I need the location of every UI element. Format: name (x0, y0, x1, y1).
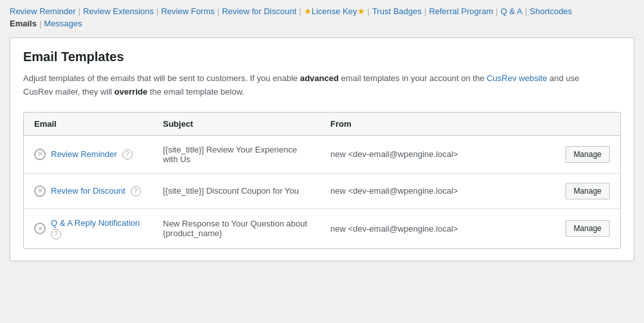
email-name-group-2: Review for Discount ? (51, 186, 141, 196)
email-cell-2: ✕ Review for Discount ? (24, 173, 153, 208)
help-icon-2[interactable]: ? (131, 186, 141, 196)
th-from: From (320, 113, 529, 136)
email-table-container: Email Subject From ✕ (23, 112, 621, 249)
nav-item-referral-program[interactable]: Referral Program (429, 6, 493, 16)
th-email: Email (24, 113, 153, 136)
nav-sep-6: | (424, 6, 426, 16)
subject-cell-1: [{site_title}] Review Your Experience wi… (153, 135, 320, 173)
email-link-2[interactable]: Review for Discount (51, 186, 126, 196)
nav-sep-2: | (156, 6, 158, 16)
nav-item-review-reminder[interactable]: Review Reminder (10, 6, 76, 16)
from-cell-3: new <dev-email@wpengine.local> (320, 208, 529, 248)
nav-item-review-extensions[interactable]: Review Extensions (83, 6, 154, 16)
table-header-row: Email Subject From (24, 113, 620, 136)
star-icon-right: ★ (357, 6, 365, 16)
nav-sep-4: | (299, 6, 301, 16)
nav-sep-3: | (217, 6, 219, 16)
nav-item-qa[interactable]: Q & A (500, 6, 522, 16)
email-table: Email Subject From ✕ (24, 113, 620, 248)
nav-item-trust-badges[interactable]: Trust Badges (372, 6, 422, 16)
help-icon-3[interactable]: ? (51, 229, 61, 239)
subject-text-1: [{site_title}] Review Your Experience wi… (163, 145, 297, 164)
subject-cell-2: [{site_title}] Discount Coupon for You (153, 173, 320, 208)
email-link-1[interactable]: Review Reminder (51, 149, 117, 159)
desc-bold-1: advanced (300, 73, 339, 83)
cusrev-website-link[interactable]: CusRev website (487, 73, 547, 83)
subject-text-3: New Response to Your Question about {pro… (163, 219, 307, 238)
nav-sep-8: | (525, 6, 527, 16)
subject-text-2: [{site_title}] Discount Coupon for You (163, 186, 299, 196)
from-cell-1: new <dev-email@wpengine.local> (320, 135, 529, 173)
nav-emails-bold[interactable]: Emails (10, 19, 37, 28)
nav-item-shortcodes[interactable]: Shortcodes (530, 6, 573, 16)
subject-cell-3: New Response to Your Question about {pro… (153, 208, 320, 248)
table-row: ✕ Review for Discount ? [{site_title}] D… (24, 173, 620, 208)
table-row: ✕ Review Reminder ? [{site_title}] Revie… (24, 135, 620, 173)
th-subject: Subject (153, 113, 320, 136)
manage-button-3[interactable]: Manage (565, 220, 610, 237)
star-icon-left: ★ (304, 6, 312, 16)
email-cell-3: ✕ Q & A Reply Notification ? (24, 208, 153, 248)
manage-cell-3: Manage (529, 208, 620, 248)
page-title: Email Templates (23, 50, 621, 64)
table-row: ✕ Q & A Reply Notification ? (24, 208, 620, 248)
desc-bold-2: override (115, 87, 147, 97)
manage-cell-1: Manage (529, 135, 620, 173)
email-link-3[interactable]: Q & A Reply Notification (51, 218, 140, 228)
desc-text-1: Adjust templates of the emails that will… (23, 73, 300, 83)
x-icon-2: ✕ (37, 187, 43, 195)
qa-top: Q & A Reply Notification (51, 218, 140, 228)
disable-icon-3[interactable]: ✕ (34, 223, 46, 234)
disable-icon-2[interactable]: ✕ (34, 185, 46, 197)
help-icon-1[interactable]: ? (122, 149, 133, 160)
manage-cell-2: Manage (529, 173, 620, 208)
email-cell-1: ✕ Review Reminder ? (24, 135, 153, 173)
email-name-group-1: Review Reminder ? (51, 149, 133, 160)
description: Adjust templates of the emails that will… (23, 72, 603, 99)
x-icon-3: ✕ (37, 225, 43, 233)
qa-name-cell: Q & A Reply Notification ? (51, 218, 140, 239)
nav-sep-7: | (496, 6, 498, 16)
disable-icon-1[interactable]: ✕ (34, 149, 46, 160)
th-actions (529, 113, 620, 136)
nav-item-review-forms[interactable]: Review Forms (161, 6, 214, 16)
nav-messages-link[interactable]: Messages (44, 19, 82, 28)
x-icon-1: ✕ (37, 150, 43, 158)
desc-text-4: the email template below. (147, 87, 244, 97)
nav-second-row: Emails | Messages (10, 19, 634, 28)
from-text-2: new <dev-email@wpengine.local> (330, 186, 458, 196)
nav-sep-1: | (79, 6, 80, 16)
nav-item-review-discount[interactable]: Review for Discount (222, 6, 297, 16)
desc-text-2: email templates in your account on the (339, 73, 487, 83)
nav-bar: Review Reminder | Review Extensions | Re… (10, 6, 634, 16)
nav-item-license-key[interactable]: License Key (312, 6, 357, 16)
manage-button-2[interactable]: Manage (565, 183, 610, 199)
from-cell-2: new <dev-email@wpengine.local> (320, 173, 529, 208)
nav-sep-5: | (368, 6, 370, 16)
from-text-3: new <dev-email@wpengine.local> (330, 224, 458, 234)
content-area: Email Templates Adjust templates of the … (10, 37, 634, 261)
nav-sep-9: | (39, 19, 41, 28)
manage-button-1[interactable]: Manage (565, 146, 610, 163)
from-text-1: new <dev-email@wpengine.local> (330, 149, 458, 159)
